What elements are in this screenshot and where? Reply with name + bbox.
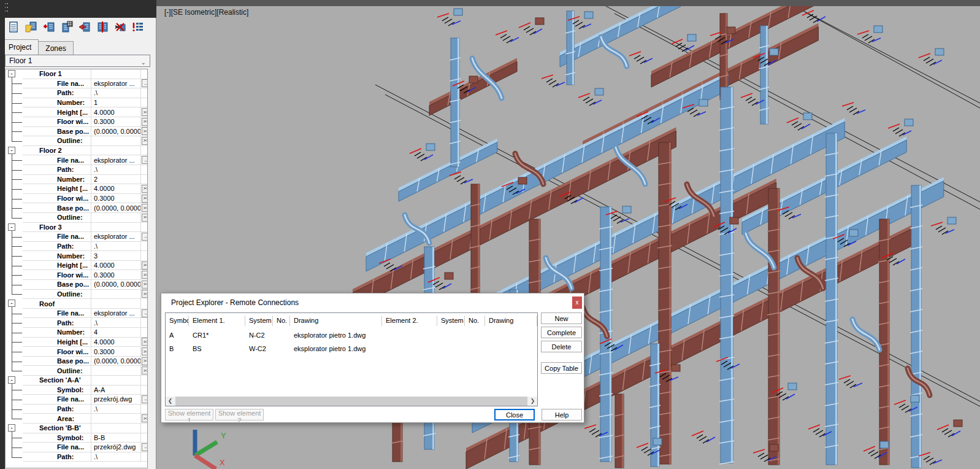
expand-value-button[interactable]: >>	[142, 214, 148, 222]
tree-property-row[interactable]: Path:.\	[6, 88, 147, 98]
tree-property-row[interactable]: Height [...4.0000>>	[6, 261, 147, 271]
collapse-icon[interactable]: -	[8, 147, 15, 154]
delete-button[interactable]: Delete	[541, 341, 582, 352]
tree-group-header[interactable]: -Floor 1	[6, 69, 147, 79]
column-header[interactable]: Element 1.	[189, 316, 245, 326]
ellipsis-button[interactable]: ...	[142, 309, 148, 317]
tree-property-row[interactable]: Path:.\	[6, 452, 147, 462]
floor-selector-dropdown[interactable]: Floor 1 ⌄	[5, 55, 150, 67]
tree-property-row[interactable]: Height [...4.0000>>	[6, 184, 147, 194]
tree-property-row[interactable]: Outline:>>	[6, 136, 147, 146]
collapse-icon[interactable]: -	[8, 376, 15, 384]
tree-property-row[interactable]: Floor wi...0.3000>>	[6, 194, 147, 204]
tree-property-row[interactable]: Symbol:B-B	[6, 433, 147, 443]
column-header[interactable]: No.	[273, 316, 290, 326]
tree-property-row[interactable]: File na...przekrój.dwg...	[6, 395, 147, 405]
tree-group-header[interactable]: -Floor 3	[6, 223, 147, 233]
tree-group-header[interactable]: -Section 'A-A'	[6, 376, 147, 386]
tree-property-row[interactable]: Number:4	[6, 328, 147, 338]
tree-property-row[interactable]: Path:.\	[6, 405, 147, 414]
tree-property-row[interactable]: File na...eksplorator ......	[6, 232, 147, 242]
tree-property-row[interactable]: Number:3	[6, 251, 147, 261]
tree-property-row[interactable]: Base po...(0.0000, 0.0000>>	[6, 127, 147, 137]
tree-property-row[interactable]: Outline:>>	[6, 213, 147, 223]
tab-project[interactable]: Project	[1, 39, 39, 55]
expand-value-button[interactable]: >>	[142, 127, 148, 135]
tree-property-row[interactable]: Outline:>>	[6, 290, 147, 300]
tree-group-header[interactable]: -Roof	[6, 299, 147, 309]
tree-property-row[interactable]: Floor wi...0.3000>>	[6, 117, 147, 127]
expand-value-button[interactable]: >>	[142, 118, 148, 126]
tree-group-header[interactable]: -Floor 2	[6, 146, 147, 156]
collapse-icon[interactable]: -	[8, 70, 15, 77]
new-button[interactable]: New	[541, 312, 582, 324]
close-button[interactable]: Close	[494, 409, 535, 421]
ellipsis-button[interactable]: ...	[142, 233, 148, 241]
expand-value-button[interactable]: >>	[142, 347, 148, 355]
ellipsis-button[interactable]: ...	[142, 395, 148, 403]
expand-value-button[interactable]: >>	[142, 262, 148, 269]
tree-group-header[interactable]: -Section 'B-B'	[6, 424, 147, 433]
expand-value-button[interactable]: >>	[142, 195, 148, 203]
column-header[interactable]: Element 2.	[382, 316, 437, 326]
tree-property-row[interactable]: File na...eksplorator ......	[6, 155, 147, 165]
expand-value-button[interactable]: >>	[142, 338, 148, 346]
tree-property-row[interactable]: Height [...4.0000>>	[6, 338, 147, 347]
connections-list-icon[interactable]	[131, 20, 145, 34]
tree-property-row[interactable]: Number:2	[6, 175, 147, 185]
tree-property-row[interactable]: Floor wi...0.3000>>	[6, 270, 147, 280]
expand-value-button[interactable]: >>	[142, 281, 148, 289]
import-floor-icon[interactable]	[77, 20, 92, 34]
horizontal-scrollbar[interactable]: ❮ ❯	[166, 397, 537, 406]
tree-property-row[interactable]: Base po...(0.0000, 0.0000>>	[6, 280, 147, 290]
column-header[interactable]: Drawing	[485, 316, 537, 326]
column-header[interactable]: System	[245, 316, 273, 326]
tab-zones[interactable]: Zones	[38, 41, 73, 55]
collapse-icon[interactable]: -	[8, 300, 15, 307]
tree-property-row[interactable]: Path:.\	[6, 318, 147, 328]
connections-table[interactable]: SymbolElement 1.SystemNo.DrawingElement …	[165, 312, 538, 406]
ellipsis-button[interactable]: ...	[142, 156, 148, 164]
collapse-icon[interactable]: -	[8, 424, 15, 432]
scroll-left-icon[interactable]: ❮	[166, 397, 175, 406]
show-element-2-button[interactable]: Show element 2	[215, 409, 264, 421]
open-project-icon[interactable]	[24, 20, 39, 34]
table-row[interactable]: ACR1*N-C2eksplorator pietro 1.dwg	[166, 328, 537, 342]
close-icon[interactable]: x	[572, 297, 582, 309]
tree-property-row[interactable]: Path:.\	[6, 165, 147, 175]
table-row[interactable]: BBSW-C2eksplorator pietro 1.dwg	[166, 342, 537, 355]
expand-value-button[interactable]: >>	[142, 290, 148, 298]
expand-value-button[interactable]: >>	[142, 137, 148, 145]
column-header[interactable]: No.	[465, 316, 485, 326]
column-header[interactable]: Symbol	[166, 316, 189, 326]
help-button[interactable]: Help	[542, 409, 582, 421]
tree-property-row[interactable]: File na...eksplorator ......	[6, 309, 147, 319]
scroll-right-icon[interactable]: ❯	[528, 397, 537, 406]
delete-connection-icon[interactable]	[113, 20, 128, 34]
tree-property-row[interactable]: Base po...(0.0000, 0.0000>>	[6, 357, 147, 366]
viewport-controls-label[interactable]: [-][SE Isometric][Realistic]	[164, 8, 248, 17]
expand-value-button[interactable]: >>	[142, 271, 148, 279]
tree-property-row[interactable]: Base po...(0.0000, 0.0000>>	[6, 203, 147, 213]
expand-value-button[interactable]: >>	[142, 185, 148, 193]
complete-button[interactable]: Complete	[541, 327, 582, 338]
ellipsis-button[interactable]: ...	[142, 443, 148, 451]
ellipsis-button[interactable]: ...	[142, 79, 148, 87]
document-icon[interactable]	[6, 20, 21, 34]
copy-table-button[interactable]: Copy Table	[541, 362, 582, 374]
tree-property-row[interactable]: Area:>>	[6, 414, 147, 424]
expand-value-button[interactable]: >>	[142, 414, 148, 422]
tree-property-row[interactable]: Floor wi...0.3000>>	[6, 347, 147, 357]
expand-value-button[interactable]: >>	[142, 108, 148, 116]
tree-property-row[interactable]: File na...eksplorator ......	[6, 79, 147, 89]
expand-value-button[interactable]: >>	[142, 366, 148, 374]
tree-property-row[interactable]: Height [...4.0000>>	[6, 107, 147, 117]
copy-floor-icon[interactable]	[59, 20, 74, 34]
add-floor-icon[interactable]	[42, 20, 56, 34]
tree-property-row[interactable]: Outline:>>	[6, 366, 147, 376]
tree-property-row[interactable]: File na...przekrój2.dwg...	[6, 443, 147, 452]
show-element-1-button[interactable]: Show element 1	[165, 409, 213, 421]
tree-property-row[interactable]: Number:1	[6, 98, 147, 108]
tree-property-row[interactable]: Path:.\	[6, 242, 147, 252]
scrollbar-thumb[interactable]	[175, 397, 527, 406]
